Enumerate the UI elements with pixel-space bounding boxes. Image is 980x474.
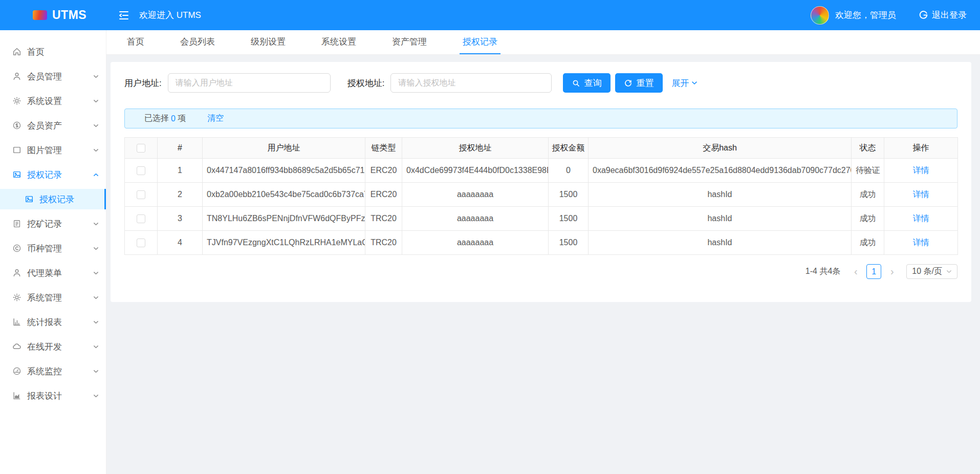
sidebar-item-label: 代理菜单 — [27, 267, 62, 279]
cloud-icon — [12, 342, 21, 351]
sidebar-item-label: 图片管理 — [27, 144, 62, 156]
tab-member-list[interactable]: 会员列表 — [177, 30, 218, 54]
area-chart-icon — [12, 391, 21, 400]
brand: UTMS — [0, 8, 106, 22]
logout-icon — [919, 10, 928, 20]
dollar-circle-icon — [12, 121, 21, 130]
search-button[interactable]: 查询 — [563, 73, 611, 93]
sidebar-item-home[interactable]: 首页 — [0, 41, 106, 62]
row-checkbox[interactable] — [137, 166, 145, 175]
page-tabbar: 首页 会员列表 级别设置 系统设置 资产管理 授权记录 — [106, 30, 980, 55]
page-number-button[interactable]: 1 — [866, 264, 881, 279]
logout-button[interactable]: 退出登录 — [919, 9, 967, 21]
prev-page-button[interactable]: ‹ — [850, 266, 862, 277]
dashboard-gauge-icon — [12, 367, 21, 376]
next-page-button[interactable]: › — [886, 266, 898, 277]
cell-status: 成功 — [852, 183, 884, 207]
select-all-checkbox[interactable] — [137, 144, 145, 153]
tab-asset-management[interactable]: 资产管理 — [389, 30, 430, 54]
sidebar-subitem-authorization-records[interactable]: 授权记录 — [0, 189, 106, 209]
sidebar-item-label: 统计报表 — [27, 316, 62, 328]
table-header-row: # 用户地址 链类型 授权地址 授权金额 交易hash 状态 操作 — [125, 138, 958, 159]
table-row: 1 0x447147a8016ff934bb8689c5a2d5b65c715b… — [125, 159, 958, 183]
pagination: 1-4 共4条 ‹ 1 › 10 条/页 — [124, 264, 957, 279]
sidebar-item-system-management[interactable]: 系统管理 — [0, 287, 106, 308]
chevron-down-icon — [93, 393, 99, 399]
sidebar-item-label: 系统监控 — [27, 365, 62, 377]
sidebar-item-picture-management[interactable]: 图片管理 — [0, 140, 106, 160]
sidebar-item-report-design[interactable]: 报表设计 — [0, 385, 106, 406]
copyright-icon — [12, 244, 21, 253]
menu-fold-icon[interactable] — [118, 9, 130, 21]
page-size-select[interactable]: 10 条/页 — [906, 264, 957, 279]
tab-authorization-records[interactable]: 授权记录 — [460, 30, 500, 54]
row-checkbox[interactable] — [137, 190, 145, 199]
user-avatar[interactable] — [811, 6, 829, 25]
sidebar-item-label: 系统管理 — [27, 292, 62, 304]
detail-link[interactable]: 详情 — [913, 238, 929, 247]
cell-status: 成功 — [852, 231, 884, 255]
sidebar-item-authorization-records[interactable]: 授权记录 — [0, 164, 106, 185]
sidebar-item-label: 授权记录 — [27, 169, 62, 181]
tab-system-settings[interactable]: 系统设置 — [318, 30, 359, 54]
col-user-address: 用户地址 — [203, 138, 365, 159]
sidebar-item-online-development[interactable]: 在线开发 — [0, 336, 106, 357]
sidebar-item-label: 授权记录 — [39, 193, 74, 205]
auth-address-label: 授权地址: — [347, 77, 385, 89]
select-all-cell — [125, 138, 158, 159]
sidebar-item-system-settings[interactable]: 系统设置 — [0, 91, 106, 111]
col-action: 操作 — [884, 138, 958, 159]
pagination-total: 1-4 共4条 — [805, 266, 840, 277]
sidebar-item-system-monitoring[interactable]: 系统监控 — [0, 361, 106, 381]
sidebar: 首页 会员管理 系统设置 会员资产 图片管理 — [0, 30, 106, 474]
user-address-label: 用户地址: — [124, 77, 162, 89]
chevron-down-icon — [93, 369, 99, 374]
chevron-down-icon — [93, 123, 99, 128]
cell-index: 3 — [158, 207, 203, 231]
cell-user-address: 0xb2a00ebb210e543c4be75cad0c6b737ca71740… — [203, 183, 365, 207]
col-tx-hash: 交易hash — [589, 138, 852, 159]
sidebar-item-mining-records[interactable]: 挖矿记录 — [0, 213, 106, 234]
cell-auth-address: aaaaaaaa — [402, 207, 549, 231]
sidebar-item-member-assets[interactable]: 会员资产 — [0, 115, 106, 136]
cell-status: 成功 — [852, 207, 884, 231]
cell-auth-address: aaaaaaaa — [402, 183, 549, 207]
gear-icon — [12, 96, 21, 105]
sidebar-item-coin-management[interactable]: 币种管理 — [0, 238, 106, 258]
sidebar-item-label: 报表设计 — [27, 390, 62, 402]
tab-level-settings[interactable]: 级别设置 — [248, 30, 289, 54]
table-row: 3 TN8YLHu6ZB6sPENnjDfnVFW6dQFByPFzYj1 TR… — [125, 207, 958, 231]
row-checkbox[interactable] — [137, 214, 145, 223]
cell-index: 2 — [158, 183, 203, 207]
sidebar-item-agent-menu[interactable]: 代理菜单 — [0, 263, 106, 283]
selection-label: 已选择 — [144, 113, 169, 124]
clear-selection-link[interactable]: 清空 — [207, 113, 224, 124]
expand-link[interactable]: 展开 — [671, 77, 698, 89]
detail-link[interactable]: 详情 — [913, 166, 929, 175]
sidebar-item-label: 会员资产 — [27, 120, 62, 132]
cell-user-address: TJVfn97VEzgngXtC1LQhRzLRHA1eMYLaQG — [203, 231, 365, 255]
auth-address-input[interactable] — [390, 73, 552, 93]
detail-link[interactable]: 详情 — [913, 214, 929, 223]
page-size-value: 10 条/页 — [912, 266, 942, 277]
cell-chain-type: ERC20 — [365, 183, 402, 207]
bar-chart-icon — [12, 317, 21, 327]
user-address-input[interactable] — [168, 73, 331, 93]
cell-tx-hash: hashId — [589, 231, 852, 255]
cell-auth-address: aaaaaaaa — [402, 231, 549, 255]
sidebar-item-statistics-report[interactable]: 统计报表 — [0, 312, 106, 332]
cell-amount: 1500 — [549, 231, 589, 255]
filter-row: 用户地址: 授权地址: 查询 重置 展开 — [124, 73, 957, 93]
app-header: UTMS 欢迎进入 UTMS 欢迎您，管理员 退出登录 — [0, 0, 980, 30]
sidebar-item-member-management[interactable]: 会员管理 — [0, 66, 106, 87]
cell-amount: 1500 — [549, 183, 589, 207]
tab-home[interactable]: 首页 — [124, 30, 147, 54]
cell-index: 1 — [158, 159, 203, 183]
search-icon — [572, 79, 580, 87]
reset-button[interactable]: 重置 — [615, 73, 663, 93]
detail-link[interactable]: 详情 — [913, 190, 929, 199]
cell-user-address: TN8YLHu6ZB6sPENnjDfnVFW6dQFByPFzYj1 — [203, 207, 365, 231]
col-chain-type: 链类型 — [365, 138, 402, 159]
row-checkbox[interactable] — [137, 239, 145, 247]
col-amount: 授权金额 — [549, 138, 589, 159]
